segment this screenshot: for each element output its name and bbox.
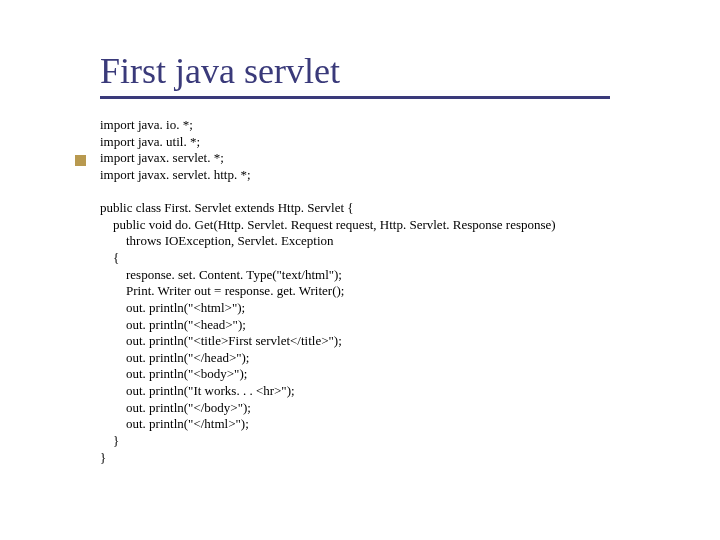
code-block: import java. io. *; import java. util. *… [100,117,720,466]
slide-title: First java servlet [100,50,720,92]
bullet-icon [75,155,86,166]
title-underline [100,96,610,99]
slide: First java servlet import java. io. *; i… [0,0,720,540]
